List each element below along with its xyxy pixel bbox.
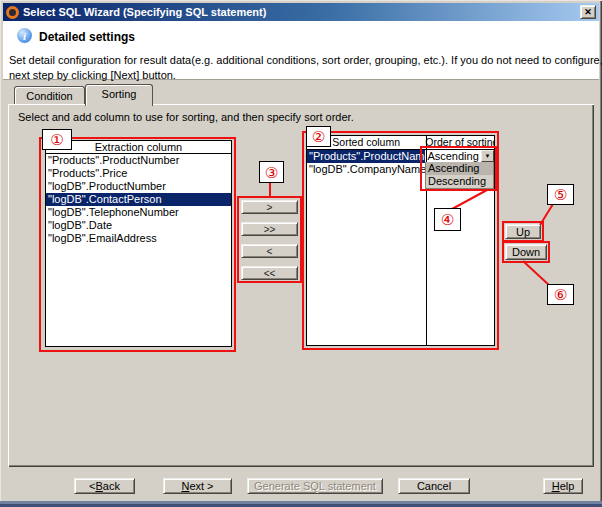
callout-3: ③ xyxy=(259,161,284,183)
page-title: Detailed settings xyxy=(39,30,135,44)
back-button[interactable]: < Back xyxy=(74,478,135,494)
app-icon xyxy=(6,6,19,19)
instruction-text: Select and add column to use for sorting… xyxy=(18,111,354,123)
close-icon: ✕ xyxy=(584,7,592,17)
add-column-button[interactable]: > xyxy=(241,200,298,214)
list-item[interactable]: "Products".Price xyxy=(46,167,231,180)
description-line2: next step by clicking [Next] button. xyxy=(9,69,176,81)
window-title: Select SQL Wizard (Specifying SQL statem… xyxy=(23,6,580,18)
list-item-selected[interactable]: "logDB".ContactPerson xyxy=(46,193,231,206)
callout-1: ① xyxy=(42,129,72,150)
order-of-sorting-header: Order of sorting xyxy=(425,136,494,149)
dialog-window: Select SQL Wizard (Specifying SQL statem… xyxy=(0,0,602,507)
callout-6: ⑥ xyxy=(547,284,574,305)
chevron-down-icon[interactable]: ▼ xyxy=(481,150,494,162)
sorted-column-cell-selected[interactable]: "Products".ProductName xyxy=(307,150,425,163)
list-item[interactable]: "logDB".Date xyxy=(46,219,231,232)
sorted-column-cell[interactable]: "logDB".CompanyName xyxy=(307,163,426,176)
callout-2: ② xyxy=(306,126,331,147)
sorted-table-header-row: Sorted column Order of sorting xyxy=(307,136,494,150)
extraction-column-list[interactable]: Extraction column "Products".ProductNumb… xyxy=(45,140,232,347)
order-dropdown-list: Ascending Descending xyxy=(425,162,494,189)
generate-sql-button: Generate SQL statement xyxy=(247,478,383,494)
list-item[interactable]: "logDB".ProductNumber xyxy=(46,180,231,193)
close-button[interactable]: ✕ xyxy=(580,5,596,19)
add-all-columns-button[interactable]: >> xyxy=(241,222,298,236)
description-line1: Set detail configuration for result data… xyxy=(9,54,602,66)
list-item[interactable]: "logDB".EmailAddress xyxy=(46,232,231,245)
dropdown-option-descending[interactable]: Descending xyxy=(426,175,493,188)
dropdown-option-ascending[interactable]: Ascending xyxy=(426,162,493,175)
remove-all-columns-button[interactable]: << xyxy=(241,266,298,280)
callout-4: ④ xyxy=(434,208,461,231)
next-button[interactable]: Next > xyxy=(163,478,232,494)
tab-condition[interactable]: Condition xyxy=(14,86,85,104)
info-icon: i xyxy=(17,28,32,43)
help-button[interactable]: Help xyxy=(543,478,583,494)
list-item[interactable]: "logDB".TelephoneNumber xyxy=(46,206,231,219)
remove-column-button[interactable]: < xyxy=(241,244,298,258)
title-bar[interactable]: Select SQL Wizard (Specifying SQL statem… xyxy=(3,3,599,21)
wizard-header: i Detailed settings Set detail configura… xyxy=(3,21,599,80)
list-item[interactable]: "Products".ProductNumber xyxy=(46,154,231,167)
extraction-column-header: Extraction column xyxy=(46,141,231,154)
up-button[interactable]: Up xyxy=(505,224,541,239)
callout-5: ⑤ xyxy=(547,184,574,205)
down-button[interactable]: Down xyxy=(505,244,547,260)
tab-sorting[interactable]: Sorting xyxy=(85,84,153,106)
bottom-edge-strip xyxy=(0,501,602,507)
cancel-button[interactable]: Cancel xyxy=(398,478,470,494)
